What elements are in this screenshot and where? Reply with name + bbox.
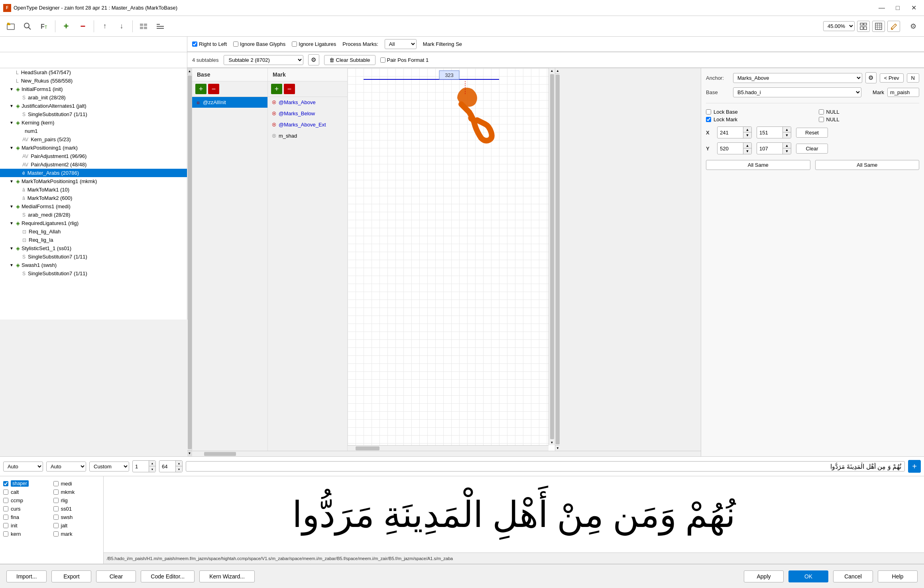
ignore-lig-checkbox[interactable] xyxy=(292,41,297,47)
scroll-down-arrow[interactable]: ▼ xyxy=(187,450,192,456)
feature-ss01-checkbox[interactable] xyxy=(53,506,59,511)
all-same-mark-btn[interactable]: All Same xyxy=(815,160,920,170)
fit-btn[interactable] xyxy=(857,21,870,32)
base-y-spin-down[interactable]: ▼ xyxy=(743,148,751,154)
mark-y-spin-down[interactable]: ▼ xyxy=(783,148,791,154)
base-del-btn[interactable]: − xyxy=(208,84,219,94)
mark-list-item-1[interactable]: ⦿ @Marks_Below xyxy=(268,108,347,119)
num1-spin-up[interactable]: ▲ xyxy=(149,461,155,466)
anchor-gear-btn[interactable]: ⚙ xyxy=(865,72,877,83)
mark-x-spin-down[interactable]: ▼ xyxy=(783,132,791,138)
tree-item-headsura[interactable]: L HeadSurah (547/547) xyxy=(0,68,187,77)
ok-btn[interactable]: OK xyxy=(788,570,828,582)
feature-mkmk-checkbox[interactable] xyxy=(53,489,59,495)
text-auto-select-2[interactable]: Auto xyxy=(46,462,86,472)
tree-item-num1[interactable]: num1 xyxy=(0,127,187,135)
main-scroll-down[interactable]: ▼ xyxy=(555,445,560,451)
scroll-thumb[interactable] xyxy=(188,75,192,449)
feature-mkmk[interactable]: mkmk xyxy=(53,488,100,496)
main-scroll-up[interactable]: ▲ xyxy=(555,68,560,74)
clear-subtable-btn[interactable]: 🗑 Clear Subtable xyxy=(324,55,375,65)
null-base-checkbox[interactable] xyxy=(819,109,824,114)
lock-mark-checkbox[interactable] xyxy=(706,117,711,122)
mark-list-item-2[interactable]: ⦿ @Marks_Above_Ext xyxy=(268,119,347,130)
v-scroll-up[interactable]: ▲ xyxy=(550,68,554,73)
feature-calt[interactable]: calt xyxy=(3,488,50,496)
base-add-btn[interactable]: + xyxy=(195,84,206,94)
bottom-scrollbar[interactable] xyxy=(192,451,701,456)
text-num1-input[interactable] xyxy=(133,462,149,471)
base-x-spin-down[interactable]: ▼ xyxy=(743,132,751,138)
tree-item-masterarabs[interactable]: é Master_Arabs (20786) xyxy=(0,169,187,177)
tree-group-kerning[interactable]: ▼ ◈ Kerning (kern) xyxy=(0,118,187,127)
main-scrollbar[interactable]: ▲ ▼ xyxy=(555,68,560,451)
feature-kern-checkbox[interactable] xyxy=(3,531,8,537)
tree-item-marktomark2[interactable]: â MarkToMark2 (600) xyxy=(0,194,187,202)
feature-rlig[interactable]: rlig xyxy=(53,497,100,504)
right-to-left-checkbox-label[interactable]: Right to Left xyxy=(192,41,227,47)
tree-group-markpos[interactable]: ▼ ◈ MarkPositioning1 (mark) xyxy=(0,144,187,152)
feature-ccmp-checkbox[interactable] xyxy=(3,498,8,503)
feature-mark-checkbox[interactable] xyxy=(53,531,59,537)
feature-ccmp[interactable]: ccmp xyxy=(3,497,50,504)
subtable-gear-btn[interactable]: ⚙ xyxy=(308,54,319,65)
cancel-btn[interactable]: Cancel xyxy=(833,570,873,582)
help-btn[interactable]: Help xyxy=(878,570,918,582)
tree-group-medialforms[interactable]: ▼ ◈ MedialForms1 (medi) xyxy=(0,202,187,211)
feature-medi-checkbox[interactable] xyxy=(53,481,59,486)
feature-fina[interactable]: fina xyxy=(3,513,50,521)
feature-shaper-checkbox[interactable] xyxy=(3,481,8,486)
num2-spin-down[interactable]: ▼ xyxy=(176,466,182,472)
menu-button[interactable] xyxy=(153,19,168,34)
feature-ss01[interactable]: ss01 xyxy=(53,505,100,513)
view-button[interactable] xyxy=(136,19,151,34)
clear-btn[interactable]: Clear xyxy=(96,570,136,582)
h-scrollbar[interactable] xyxy=(348,445,549,451)
tree-group-mkmk[interactable]: ▼ ◈ MarkToMarkPositioning1 (mkmk) xyxy=(0,177,187,185)
feature-curs-checkbox[interactable] xyxy=(3,506,8,511)
bottom-scroll-thumb[interactable] xyxy=(204,452,236,456)
table-btn[interactable] xyxy=(872,21,885,32)
move-down-button[interactable]: ↓ xyxy=(114,19,129,34)
toolbar-btn-3[interactable]: FT xyxy=(37,19,52,34)
mark-x-spin-up[interactable]: ▲ xyxy=(783,127,791,132)
edit-btn[interactable] xyxy=(887,21,900,32)
all-same-base-btn[interactable]: All Same xyxy=(706,160,810,170)
tree-item-singlesub7b[interactable]: S SingleSubstitution7 (1/11) xyxy=(0,253,187,261)
base-list-item-0[interactable]: ⦻ @zzAllInit xyxy=(192,97,267,108)
feature-kern[interactable]: kern xyxy=(3,530,50,538)
mark-list-item-0[interactable]: ⦿ @Marks_Above xyxy=(268,97,347,108)
base-y-input[interactable] xyxy=(718,144,743,153)
feature-curs[interactable]: curs xyxy=(3,505,50,513)
maximize-button[interactable]: □ xyxy=(891,2,905,14)
text-add-btn[interactable]: + xyxy=(908,460,921,473)
text-custom-select[interactable]: Custom xyxy=(89,462,129,472)
settings-btn[interactable]: ⚙ xyxy=(906,19,921,34)
clear-small-btn[interactable]: Clear xyxy=(796,144,828,154)
base-prop-select[interactable]: B5.hado_i xyxy=(733,87,861,97)
ignore-base-checkbox[interactable] xyxy=(233,41,238,47)
pair-pos-checkbox-label[interactable]: Pair Pos Format 1 xyxy=(380,57,429,63)
feature-mark[interactable]: mark xyxy=(53,530,100,538)
left-panel-scrollbar[interactable]: ▲ ▼ xyxy=(187,68,192,456)
code-editor-btn[interactable]: Code Editor... xyxy=(141,570,195,582)
main-text-input[interactable] xyxy=(186,461,905,472)
base-x-input[interactable] xyxy=(718,128,743,137)
num2-spin-up[interactable]: ▲ xyxy=(176,461,182,466)
tree-item-markttomark1[interactable]: â MarkToMark1 (10) xyxy=(0,185,187,194)
feature-swsh[interactable]: swsh xyxy=(53,513,100,521)
feature-init[interactable]: init xyxy=(3,522,50,529)
import-btn[interactable]: Import... xyxy=(6,570,47,582)
tree-group-rlig[interactable]: ▼ ◈ RequiredLigatures1 (rlig) xyxy=(0,219,187,227)
mark-y-spin-up[interactable]: ▲ xyxy=(783,143,791,148)
feature-swsh-checkbox[interactable] xyxy=(53,515,59,520)
ignore-base-checkbox-label[interactable]: Ignore Base Glyphs xyxy=(233,41,285,47)
mark-y-input[interactable] xyxy=(757,144,782,153)
move-up-button[interactable]: ↑ xyxy=(97,19,112,34)
feature-calt-checkbox[interactable] xyxy=(3,489,8,495)
main-scroll-thumb[interactable] xyxy=(556,75,560,444)
tree-group-swsh[interactable]: ▼ ◈ Swash1 (swsh) xyxy=(0,261,187,269)
num1-spin-down[interactable]: ▼ xyxy=(149,466,155,472)
minimize-button[interactable]: — xyxy=(875,2,889,14)
mark-x-input[interactable] xyxy=(757,128,782,137)
